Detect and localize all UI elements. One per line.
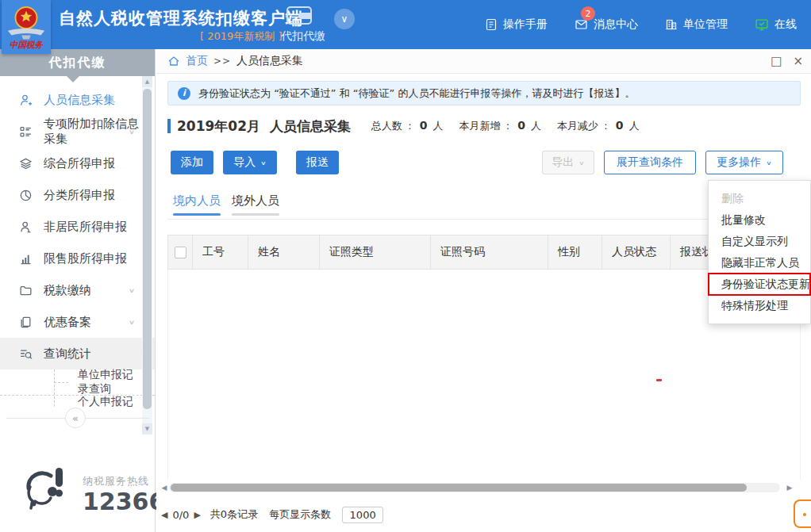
scroll-left-arrow-icon[interactable]: ◀ — [160, 484, 169, 492]
sidebar-item-label: 综合所得申报 — [44, 156, 115, 171]
stat-label: 本月减少 — [557, 120, 598, 132]
next-page-icon[interactable]: ▶ — [194, 510, 200, 520]
pages-icon — [19, 316, 33, 329]
sidebar-item-special-deduction[interactable]: 专项附加扣除信息采集 ∨ — [0, 116, 143, 147]
info-icon: i — [178, 87, 190, 100]
tab-overseas-personnel[interactable]: 境外人员 — [231, 193, 280, 216]
select-all-checkbox[interactable] — [175, 247, 186, 258]
section-title-row: 2019年02月 人员信息采集 总人数 : 0 人 本月新增 : 0 人 本月减… — [167, 117, 801, 135]
expand-query-label: 展开查询条件 — [617, 155, 683, 170]
nav-manual[interactable]: 操作手册 — [485, 17, 548, 32]
menu-item-identity-verification-update[interactable]: 身份验证状态更新 — [709, 274, 810, 295]
chevron-down-icon: ∨ — [341, 13, 348, 25]
column-header-id-number[interactable]: 证照号码 — [430, 235, 548, 269]
sidebar-item-personnel-info[interactable]: 人员信息采集 — [0, 84, 143, 116]
menu-item-hide-abnormal[interactable]: 隐藏非正常人员 — [709, 252, 810, 274]
building-icon — [665, 18, 678, 31]
add-button[interactable]: 添加 — [171, 151, 213, 174]
menu-item-special-cases[interactable]: 特殊情形处理 — [709, 295, 810, 316]
per-page-input[interactable] — [342, 507, 383, 523]
app-title: 自然人税收管理系统扣缴客户端 — [59, 7, 303, 29]
sidebar-collapse-button[interactable]: « — [65, 408, 86, 428]
stat-value: 0 — [517, 119, 525, 132]
window-controls: □ × — [771, 49, 803, 74]
breadcrumb: 首页 >> 人员信息采集 — [167, 54, 303, 68]
person-icon — [19, 220, 33, 234]
scroll-down-arrow-icon[interactable]: ▼ — [142, 423, 152, 434]
scrollbar-thumb[interactable] — [171, 484, 747, 492]
menu-item-batch-modify[interactable]: 批量修改 — [709, 209, 810, 231]
tab-domestic-personnel[interactable]: 境内人员 — [172, 193, 221, 216]
sidebar-item-preferential-filing[interactable]: 优惠备案 ∨ — [0, 306, 143, 338]
sidebar-subitem-label: 单位申报记录查询 — [78, 368, 143, 396]
stat-separator: : — [408, 120, 411, 132]
chevron-down-icon: ∨ — [260, 159, 266, 166]
column-header-gender[interactable]: 性别 — [548, 235, 602, 269]
nav-message-center[interactable]: 2 消息中心 — [575, 17, 638, 32]
sidebar-item-restricted-shares[interactable]: 限售股所得申报 — [0, 243, 143, 274]
scroll-up-arrow-icon[interactable]: ▲ — [142, 76, 152, 87]
close-icon[interactable]: × — [793, 55, 803, 67]
import-button[interactable]: 导入 ∨ — [223, 151, 277, 174]
chevron-down-icon: ∨ — [766, 159, 771, 166]
scrollbar-track[interactable] — [169, 483, 780, 492]
svg-text:中国税务: 中国税务 — [10, 40, 44, 49]
chevron-down-icon: ∨ — [578, 159, 584, 166]
toolbar: 添加 导入 ∨ 报送 导出 ∨ 展开查询条件 更多操作 ∨ — [167, 151, 801, 174]
stat-value: 0 — [420, 119, 428, 132]
nav-manual-label: 操作手册 — [503, 17, 548, 32]
layers-icon — [19, 157, 33, 170]
module-switch-button[interactable]: ∨ — [334, 9, 355, 29]
app-window: 中国税务 自然人税收管理系统扣缴客户端 [ 2019年新税制 ] 代扣代缴 ∨ … — [0, 0, 811, 532]
nav-online-status[interactable]: 在线 — [755, 17, 797, 32]
menu-item-delete[interactable]: 删除 — [709, 188, 810, 209]
online-monitor-icon — [755, 18, 769, 32]
prev-page-icon[interactable]: ◀ — [161, 510, 167, 520]
hotline-block: 纳税服务热线 12366 — [0, 461, 156, 530]
breadcrumb-current: 人员信息采集 — [236, 54, 303, 68]
stat-added: 本月新增 : 0 人 — [459, 119, 542, 133]
column-header-person-status[interactable]: 人员状态 — [602, 235, 670, 269]
scrollbar-thumb[interactable] — [143, 89, 152, 409]
expand-query-button[interactable]: 展开查询条件 — [604, 151, 696, 174]
sidebar-subitem-clipped[interactable]: 个人申报记录查询 — [0, 396, 143, 408]
floating-orange-button-partial[interactable] — [794, 499, 811, 528]
stat-total: 总人数 : 0 人 — [371, 119, 444, 133]
more-operations-button[interactable]: 更多操作 ∨ — [705, 151, 783, 174]
stat-separator: : — [604, 120, 607, 132]
import-button-label: 导入 — [233, 155, 256, 170]
column-header-name[interactable]: 姓名 — [248, 235, 319, 269]
hotline-headset-icon — [19, 463, 68, 517]
sidebar-item-nonresident-income[interactable]: 非居民所得申报 — [0, 211, 143, 243]
collapse-icon: « — [72, 412, 79, 424]
sidebar: 代扣代缴 人员信息采集 专项附加扣除信息采集 ∨ 综合所得申报 — [0, 49, 156, 532]
export-button[interactable]: 导出 ∨ — [542, 151, 594, 174]
sidebar-item-label: 限售股所得申报 — [44, 251, 127, 266]
stat-label: 本月新增 — [459, 120, 501, 132]
scroll-right-arrow-icon[interactable]: ▶ — [785, 484, 794, 492]
menu-item-customize-columns[interactable]: 自定义显示列 — [709, 231, 810, 252]
sidebar-item-comprehensive-income[interactable]: 综合所得申报 — [0, 147, 143, 179]
sidebar-item-query-statistics[interactable]: 查询统计 ∨ — [0, 338, 155, 369]
breadcrumb-home[interactable]: 首页 — [186, 54, 208, 68]
nav-unit-label: 单位管理 — [683, 17, 728, 32]
tree-line — [54, 396, 55, 408]
sidebar-subitem-label: 个人申报记录查询 — [78, 396, 143, 408]
sidebar-item-label: 非居民所得申报 — [44, 220, 127, 235]
maximize-icon[interactable]: □ — [771, 55, 782, 67]
stats-row: 总人数 : 0 人 本月新增 : 0 人 本月减少 : 0 人 — [371, 119, 640, 133]
submit-button[interactable]: 报送 — [296, 151, 339, 174]
notice-text: 身份验证状态为 “验证不通过” 和 “待验证” 的人员不能进行申报等操作，请及时… — [198, 86, 635, 101]
chevron-down-icon: ∨ — [129, 318, 135, 325]
sidebar-scrollbar[interactable]: ▲ ▼ — [142, 76, 152, 434]
nav-unit-management[interactable]: 单位管理 — [665, 17, 728, 32]
top-header: 中国税务 自然人税收管理系统扣缴客户端 [ 2019年新税制 ] 代扣代缴 ∨ … — [0, 0, 811, 49]
column-header-employee-id[interactable]: 工号 — [192, 235, 248, 269]
sidebar-subitem-unit-declaration-query[interactable]: 单位申报记录查询 — [0, 369, 143, 395]
title-accent-bar — [167, 119, 171, 133]
export-button-label: 导出 — [552, 155, 574, 170]
sidebar-item-classified-income[interactable]: 分类所得申报 — [0, 179, 143, 211]
sidebar-item-tax-payment[interactable]: 税款缴纳 ∨ — [0, 274, 143, 306]
column-header-id-type[interactable]: 证照类型 — [319, 235, 430, 269]
pagination-bar: ◀ 0/0 ▶ 共0条记录 每页显示条数 — [161, 506, 383, 523]
